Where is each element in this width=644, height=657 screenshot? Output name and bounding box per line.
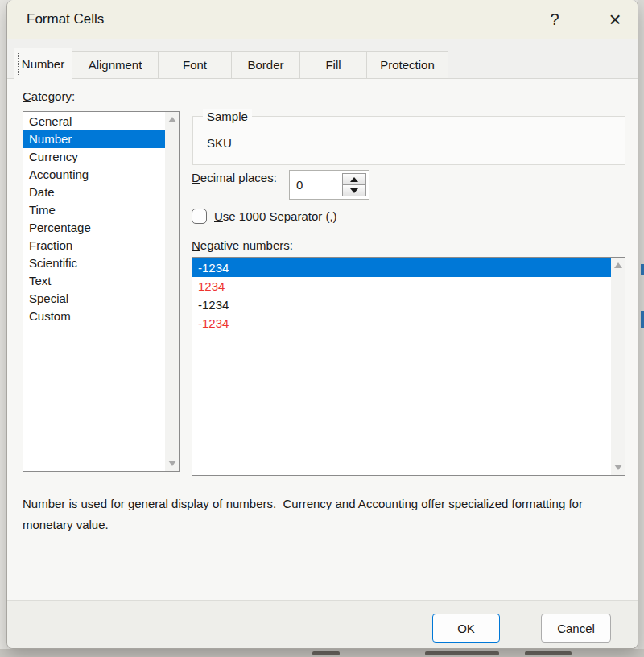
category-option-percentage[interactable]: Percentage <box>23 219 165 237</box>
category-option-custom[interactable]: Custom <box>23 308 165 325</box>
tab-alignment[interactable]: Alignment <box>72 51 159 79</box>
use-1000-separator-label[interactable]: Use 1000 Separator (,) <box>214 209 337 223</box>
tab-font[interactable]: Font <box>158 51 232 79</box>
category-option-general[interactable]: General <box>23 113 165 130</box>
title-bar: Format Cells ? × <box>7 0 638 39</box>
decimal-label-accel: D <box>192 171 200 184</box>
negative-label-rest: egative numbers: <box>200 238 293 252</box>
negative-numbers-items: -12341234-1234-1234 <box>192 258 611 475</box>
category-option-date[interactable]: Date <box>23 184 165 201</box>
sample-value: SKU <box>207 136 232 150</box>
negative-numbers-label: Negative numbers: <box>192 238 293 252</box>
category-label-accel: C <box>23 89 31 103</box>
negative-option--1234[interactable]: -1234 <box>192 295 611 314</box>
background-mark <box>641 311 644 328</box>
category-option-special[interactable]: Special <box>23 290 165 308</box>
scroll-down-icon[interactable] <box>614 465 622 470</box>
negative-option--1234[interactable]: -1234 <box>192 258 611 277</box>
scroll-down-icon[interactable] <box>168 461 176 466</box>
category-label: Category: <box>23 89 75 103</box>
category-option-fraction[interactable]: Fraction <box>23 237 165 254</box>
format-cells-dialog: Format Cells ? × NumberAlignmentFontBord… <box>6 0 638 649</box>
category-option-time[interactable]: Time <box>23 201 165 219</box>
close-button[interactable]: × <box>597 5 633 34</box>
sample-group: Sample SKU <box>192 116 625 165</box>
sample-group-legend: Sample <box>203 110 252 123</box>
tab-bar: NumberAlignmentFontBorderFillProtection <box>14 47 448 79</box>
tab-protection[interactable]: Protection <box>366 51 448 79</box>
decimal-places-stepper: 0 <box>289 170 369 200</box>
category-description: Number is used for general display of nu… <box>23 494 590 535</box>
negative-option-1234[interactable]: 1234 <box>192 277 611 295</box>
category-option-text[interactable]: Text <box>23 272 165 290</box>
scroll-up-icon[interactable] <box>614 262 622 268</box>
cancel-button[interactable]: Cancel <box>541 614 611 643</box>
use-1000-separator-checkbox[interactable] <box>192 209 207 224</box>
help-icon: ? <box>550 10 559 29</box>
dialog-footer: OK Cancel <box>7 601 638 648</box>
category-option-number[interactable]: Number <box>23 130 165 148</box>
negative-option--1234[interactable]: -1234 <box>192 314 611 333</box>
background-spreadsheet-row <box>0 649 644 657</box>
decimal-places-input[interactable]: 0 <box>290 171 342 199</box>
category-list[interactable]: GeneralNumberCurrencyAccountingDateTimeP… <box>23 111 180 472</box>
separator-label-accel: U <box>214 209 223 223</box>
tab-border[interactable]: Border <box>231 51 300 79</box>
decimal-spin-buttons <box>342 173 366 196</box>
spin-up-icon <box>350 177 358 182</box>
close-icon: × <box>609 9 621 30</box>
negative-list-scrollbar[interactable] <box>611 258 625 475</box>
decimal-places-label: Decimal places: <box>192 171 277 184</box>
background-app-right-edge <box>638 0 644 657</box>
dialog-title: Format Cells <box>27 0 104 39</box>
ok-button[interactable]: OK <box>432 614 500 643</box>
negative-label-accel: N <box>192 238 200 252</box>
spin-down-icon <box>350 188 358 193</box>
category-option-accounting[interactable]: Accounting <box>23 166 165 184</box>
decimal-label-rest: ecimal places: <box>200 171 277 184</box>
category-option-scientific[interactable]: Scientific <box>23 254 165 272</box>
tab-number[interactable]: Number <box>14 48 72 80</box>
decimal-down-button[interactable] <box>343 185 365 196</box>
help-button[interactable]: ? <box>537 5 572 34</box>
background-mark <box>641 264 644 275</box>
category-label-rest: ategory: <box>31 89 75 103</box>
category-list-scrollbar[interactable] <box>165 112 179 471</box>
background-text-fragment <box>425 651 499 655</box>
category-list-items: GeneralNumberCurrencyAccountingDateTimeP… <box>23 113 165 471</box>
decimal-up-button[interactable] <box>343 174 365 185</box>
tab-fill[interactable]: Fill <box>299 51 367 79</box>
separator-label-rest: se 1000 Separator (,) <box>223 209 337 223</box>
negative-numbers-list[interactable]: -12341234-1234-1234 <box>192 257 625 476</box>
background-text-fragment <box>525 651 572 655</box>
scroll-up-icon[interactable] <box>168 117 176 122</box>
category-option-currency[interactable]: Currency <box>23 148 165 166</box>
number-tab-page: Category: GeneralNumberCurrencyAccountin… <box>7 78 638 601</box>
background-text-fragment <box>312 651 340 655</box>
